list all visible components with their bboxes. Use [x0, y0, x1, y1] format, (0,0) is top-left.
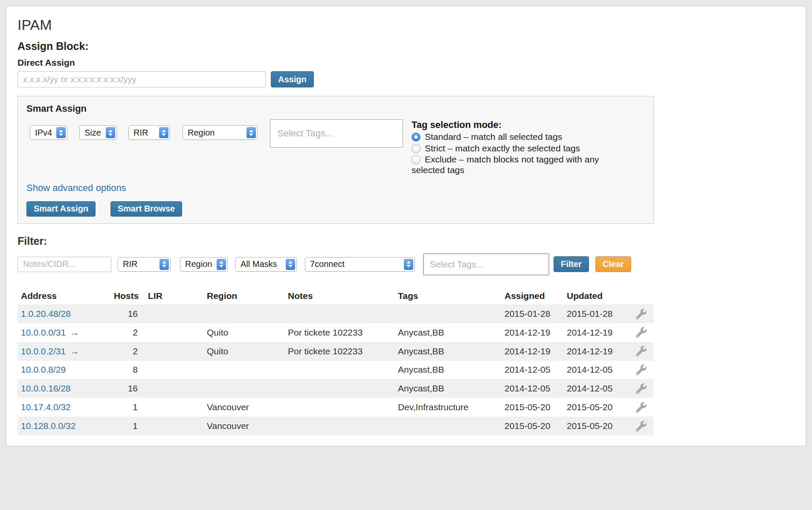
col-header-lir: LIR	[145, 287, 203, 304]
show-advanced-options-link[interactable]: Show advanced options	[26, 183, 126, 194]
updated-cell: 2014-12-19	[563, 323, 628, 342]
smart-tags-input[interactable]	[270, 119, 403, 148]
select-value: All Masks	[241, 259, 277, 269]
col-header-tags: Tags	[394, 287, 501, 304]
select-value: IPv4	[35, 128, 52, 138]
smart-assign-button[interactable]: Smart Assign	[26, 201, 96, 217]
assigned-cell: 2015-05-20	[501, 417, 563, 435]
table-row: 10.17.4.0/32 1 Vancouver Dev,Infrastruct…	[17, 398, 654, 417]
edit-wrench-icon[interactable]	[636, 420, 647, 430]
address-link[interactable]: 10.0.0.8/29	[21, 365, 66, 374]
select-value: Region	[188, 128, 215, 138]
direct-assign-input[interactable]	[17, 71, 266, 87]
edit-wrench-icon[interactable]	[636, 346, 647, 356]
radio-icon[interactable]	[412, 144, 420, 153]
region-cell	[203, 304, 284, 323]
select-stepper-icon	[217, 259, 226, 270]
hosts-cell: 1	[110, 417, 145, 435]
address-link[interactable]: 10.17.4.0/32	[21, 402, 71, 412]
col-header-assigned: Assigned	[501, 287, 563, 304]
tags-cell: Anycast,BB	[394, 323, 501, 342]
address-link[interactable]: 10.0.0.16/28	[21, 383, 71, 393]
smart-ip-version-select[interactable]: IPv4	[30, 125, 67, 140]
region-cell	[203, 361, 284, 380]
notes-cell: Por tickete 102233	[284, 323, 394, 342]
tags-cell	[394, 304, 501, 323]
select-value: Region	[185, 259, 212, 269]
smart-region-select[interactable]: Region	[183, 125, 258, 140]
table-row: 10.0.0.2/31→ 2 Quito Por tickete 102233 …	[17, 342, 654, 361]
hosts-cell: 16	[110, 379, 145, 398]
select-stepper-icon	[246, 127, 256, 138]
address-link[interactable]: 1.0.20.48/28	[21, 309, 71, 319]
tag-mode-option[interactable]: Strict – match exactly the selected tags	[412, 143, 601, 154]
filter-rir-select[interactable]: RIR	[118, 257, 171, 272]
filter-resource-holder-select[interactable]: 7connect	[305, 257, 415, 272]
hosts-cell: 2	[110, 342, 145, 361]
lir-cell	[145, 417, 203, 435]
filter-button[interactable]: Filter	[554, 256, 589, 272]
radio-icon[interactable]	[412, 155, 420, 164]
tag-mode-option[interactable]: Exclude – match blocks not tagged with a…	[412, 154, 601, 175]
select-stepper-icon	[404, 259, 413, 270]
drilldown-arrow-icon[interactable]: →	[70, 346, 79, 356]
filter-tags-input[interactable]	[423, 253, 549, 275]
tags-cell: Anycast,BB	[394, 342, 501, 361]
smart-browse-button[interactable]: Smart Browse	[110, 201, 183, 217]
radio-icon[interactable]	[412, 133, 420, 142]
lir-cell	[145, 379, 203, 398]
edit-wrench-icon[interactable]	[636, 365, 647, 374]
tag-selection-mode-group: Tag selection mode: Standard – match all…	[412, 119, 601, 177]
filter-region-select[interactable]: Region	[180, 257, 228, 272]
notes-cell	[284, 304, 394, 323]
tag-mode-option-label: Exclude – match blocks not tagged with a…	[412, 154, 599, 175]
col-header-hosts: Hosts	[110, 287, 145, 304]
smart-size-select[interactable]: Size	[79, 125, 117, 140]
updated-cell: 2015-05-20	[563, 398, 628, 417]
hosts-cell: 1	[110, 398, 145, 417]
select-value: 7connect	[310, 259, 345, 269]
lir-cell	[145, 304, 203, 323]
tag-mode-option[interactable]: Standard – match all selected tags	[412, 132, 601, 142]
tags-cell: Dev,Infrastructure	[394, 398, 501, 417]
updated-cell: 2015-05-20	[563, 417, 628, 435]
edit-wrench-icon[interactable]	[636, 383, 647, 393]
smart-rir-select[interactable]: RIR	[128, 125, 170, 140]
assigned-cell: 2014-12-05	[501, 361, 563, 380]
blocks-table: Address Hosts LIR Region Notes Tags Assi…	[17, 287, 654, 436]
table-header-row: Address Hosts LIR Region Notes Tags Assi…	[17, 287, 654, 304]
edit-wrench-icon[interactable]	[636, 327, 647, 337]
lir-cell	[145, 342, 203, 361]
select-stepper-icon	[160, 259, 169, 270]
notes-cidr-input[interactable]	[17, 257, 111, 272]
smart-assign-panel: Smart Assign IPv4 Size RIR Region	[17, 96, 654, 224]
updated-cell: 2014-12-19	[563, 342, 628, 361]
region-cell: Quito	[203, 342, 284, 361]
blocks-table-body: 1.0.20.48/28 16 2015-01-28 2015-01-28 10…	[17, 304, 654, 436]
tags-cell	[394, 417, 501, 435]
tag-mode-option-label: Standard – match all selected tags	[425, 132, 562, 142]
lir-cell	[145, 323, 203, 342]
updated-cell: 2015-01-28	[563, 304, 628, 323]
ipam-card: IPAM Assign Block: Direct Assign Assign …	[6, 6, 806, 446]
col-header-actions	[628, 287, 654, 304]
address-link[interactable]: 10.0.0.0/31	[21, 327, 66, 337]
edit-wrench-icon[interactable]	[636, 402, 647, 411]
assign-button[interactable]: Assign	[271, 71, 314, 87]
assigned-cell: 2014-12-19	[501, 342, 563, 361]
filter-masks-select[interactable]: All Masks	[235, 257, 297, 272]
assigned-cell: 2015-01-28	[501, 304, 563, 323]
address-link[interactable]: 10.0.0.2/31	[21, 346, 66, 356]
drilldown-arrow-icon[interactable]: →	[70, 327, 79, 338]
region-cell: Vancouver	[203, 398, 284, 417]
address-link[interactable]: 10.128.0.0/32	[21, 421, 75, 431]
hosts-cell: 16	[110, 304, 145, 323]
direct-assign-label: Direct Assign	[17, 58, 654, 68]
assigned-cell: 2015-05-20	[501, 398, 563, 417]
edit-wrench-icon[interactable]	[636, 308, 647, 318]
smart-assign-heading: Smart Assign	[26, 103, 645, 114]
clear-button[interactable]: Clear	[595, 256, 631, 272]
tag-mode-option-label: Strict – match exactly the selected tags	[425, 143, 580, 153]
select-value: RIR	[123, 259, 137, 269]
region-cell	[203, 379, 284, 398]
